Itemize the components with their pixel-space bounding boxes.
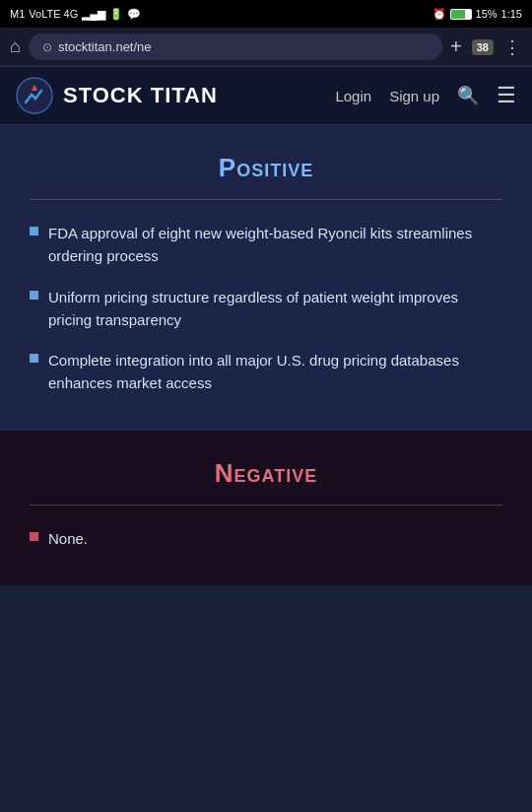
battery-indicator bbox=[450, 9, 472, 20]
svg-point-0 bbox=[17, 78, 52, 113]
negative-bullet-list: None. bbox=[30, 527, 502, 550]
site-icon: ⊙ bbox=[42, 40, 52, 54]
main-content: Positive FDA approval of eight new weigh… bbox=[0, 125, 532, 585]
bullet-icon bbox=[30, 354, 38, 363]
bullet-icon bbox=[30, 227, 38, 236]
positive-bullet-list: FDA approval of eight new weight-based R… bbox=[30, 222, 502, 395]
list-item: Complete integration into all major U.S.… bbox=[30, 349, 502, 395]
url-text: stocktitan.net/ne bbox=[58, 39, 152, 54]
positive-section-title: Positive bbox=[30, 153, 502, 183]
browser-chrome: ⌂ ⊙ stocktitan.net/ne + 38 ⋮ bbox=[0, 28, 532, 67]
signal-icon: ▂▄▆ bbox=[82, 8, 105, 21]
signup-link[interactable]: Sign up bbox=[389, 88, 439, 104]
new-tab-button[interactable]: + bbox=[450, 35, 462, 58]
positive-divider bbox=[30, 199, 502, 200]
tab-count-badge[interactable]: 38 bbox=[472, 39, 494, 55]
negative-section: Negative None. bbox=[0, 431, 532, 585]
positive-item-3: Complete integration into all major U.S.… bbox=[48, 349, 502, 395]
search-icon[interactable]: 🔍 bbox=[457, 85, 479, 106]
positive-section: Positive FDA approval of eight new weigh… bbox=[0, 125, 532, 431]
positive-item-2: Uniform pricing structure regardless of … bbox=[48, 286, 502, 332]
list-item: None. bbox=[30, 527, 502, 550]
negative-section-title: Negative bbox=[30, 458, 502, 489]
url-bar[interactable]: ⊙ stocktitan.net/ne bbox=[29, 34, 442, 60]
message-icon: 💬 bbox=[127, 8, 141, 21]
hamburger-menu-icon[interactable]: ☰ bbox=[497, 83, 516, 108]
app-title: STOCK TITAN bbox=[63, 83, 325, 108]
battery-icon: 🔋 bbox=[109, 8, 123, 21]
browser-actions: + 38 ⋮ bbox=[450, 35, 522, 58]
bullet-icon bbox=[30, 532, 38, 541]
status-bar: M1 VoLTE 4G ▂▄▆ 🔋 💬 ⏰ 15% 1:15 bbox=[0, 0, 532, 28]
positive-item-1: FDA approval of eight new weight-based R… bbox=[48, 222, 502, 268]
alarm-icon: ⏰ bbox=[432, 8, 446, 21]
negative-item-1: None. bbox=[48, 527, 88, 550]
clock-display: 1:15 bbox=[501, 8, 522, 20]
carrier-label: M1 bbox=[10, 8, 25, 20]
header-nav: Login Sign up 🔍 ☰ bbox=[335, 83, 516, 108]
login-link[interactable]: Login bbox=[335, 88, 371, 104]
browser-menu-button[interactable]: ⋮ bbox=[503, 36, 522, 58]
stocktitan-logo bbox=[16, 77, 53, 114]
battery-fill bbox=[451, 10, 465, 19]
app-header: STOCK TITAN Login Sign up 🔍 ☰ bbox=[0, 67, 532, 125]
negative-divider bbox=[30, 505, 502, 506]
list-item: FDA approval of eight new weight-based R… bbox=[30, 222, 502, 268]
home-icon[interactable]: ⌂ bbox=[10, 36, 21, 57]
network-type: VoLTE 4G bbox=[29, 8, 78, 20]
bullet-icon bbox=[30, 291, 38, 300]
status-left: M1 VoLTE 4G ▂▄▆ 🔋 💬 bbox=[10, 8, 141, 21]
status-right: ⏰ 15% 1:15 bbox=[432, 8, 522, 21]
list-item: Uniform pricing structure regardless of … bbox=[30, 286, 502, 332]
battery-percent: 15% bbox=[476, 8, 498, 20]
